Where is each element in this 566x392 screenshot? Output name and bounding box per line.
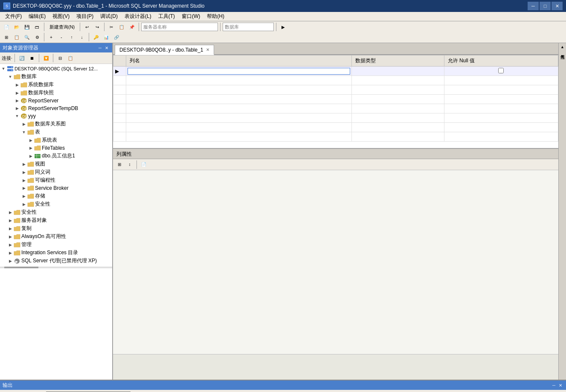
- right-panel-arrow2[interactable]: ▼: [560, 54, 564, 58]
- expand-yyy-tables[interactable]: ▼: [20, 130, 27, 134]
- oe-close-btn[interactable]: ✕: [104, 46, 110, 50]
- tb2-7[interactable]: ↑: [67, 32, 76, 42]
- tb2-1[interactable]: ⊞: [2, 32, 11, 42]
- expand-management[interactable]: ▶: [7, 243, 14, 247]
- tree-item-storage[interactable]: ▶ 存储: [0, 192, 112, 200]
- expand-yyy-security[interactable]: ▶: [20, 202, 27, 206]
- expand-reportserver[interactable]: ▶: [14, 99, 20, 103]
- menu-help[interactable]: 帮助(H): [203, 12, 228, 21]
- menu-file[interactable]: 文件(F): [2, 12, 25, 21]
- oe-stop-btn[interactable]: ⏹: [27, 53, 37, 63]
- menu-table-designer[interactable]: 表设计器(L): [121, 12, 155, 21]
- expand-databases[interactable]: ▼: [7, 75, 14, 79]
- col-null-cell[interactable]: [444, 67, 558, 76]
- tree-item-yyy-security[interactable]: ▶ 安全性: [0, 200, 112, 208]
- minimize-button[interactable]: ─: [528, 2, 539, 10]
- oe-connect-btn[interactable]: 连接·: [2, 55, 12, 61]
- tb2-2[interactable]: 📋: [12, 32, 21, 42]
- tb2-5[interactable]: +: [46, 32, 56, 42]
- expand-replication[interactable]: ▶: [7, 226, 14, 231]
- tb2-8[interactable]: ↓: [77, 32, 87, 42]
- tree-item-programmability[interactable]: ▶ 可编程性: [0, 176, 112, 184]
- tree-item-reportservertempdb[interactable]: ▶ DB ReportServerTempDB: [0, 105, 112, 112]
- expand-sql-agent[interactable]: ▶: [7, 259, 14, 263]
- tb2-6[interactable]: -: [57, 32, 66, 42]
- tb-copy[interactable]: 📋: [117, 22, 126, 32]
- expand-integration-services[interactable]: ▶: [7, 251, 14, 255]
- menu-tools[interactable]: 工具(T): [155, 12, 178, 21]
- menu-view[interactable]: 视图(V): [49, 12, 73, 21]
- tb2-3[interactable]: 🔍: [22, 32, 32, 42]
- tree-item-reportserver[interactable]: ▶ DB ReportServer: [0, 97, 112, 105]
- tb-undo[interactable]: ↩: [82, 22, 92, 32]
- tree-item-sql-agent[interactable]: ▶ ▶ SQL Server 代理(已禁用代理 XP): [0, 257, 112, 265]
- server-input[interactable]: [141, 23, 218, 31]
- tree-item-yyy-diagram[interactable]: ▶ 数据库关系图: [0, 120, 112, 128]
- tb-redo[interactable]: ↪: [93, 22, 102, 32]
- tree-item-server-objects[interactable]: ▶ 服务器对象: [0, 216, 112, 224]
- tree-item-synonyms[interactable]: ▶ 同义词: [0, 168, 112, 176]
- tree-item-service-broker[interactable]: ▶ Service Broker: [0, 184, 112, 192]
- tb2-11[interactable]: 🔗: [112, 32, 121, 42]
- output-pin-btn[interactable]: ─: [551, 383, 557, 388]
- col-type-cell[interactable]: [352, 67, 444, 76]
- oe-pin-btn[interactable]: ─: [97, 46, 103, 50]
- menu-debug[interactable]: 调试(D): [97, 12, 121, 21]
- output-close-btn[interactable]: ✕: [557, 383, 563, 388]
- tree-item-integration-services[interactable]: ▶ Integration Services 目录: [0, 249, 112, 257]
- tree-item-databases[interactable]: ▼ 数据库: [0, 73, 112, 81]
- expand-server-objects[interactable]: ▶: [7, 218, 14, 223]
- menu-window[interactable]: 窗口(W): [178, 12, 203, 21]
- tb-save[interactable]: 💾: [22, 22, 32, 32]
- tb2-10[interactable]: 📊: [102, 32, 111, 42]
- col-props-alpha-btn[interactable]: ↕: [125, 160, 134, 169]
- expand-security[interactable]: ▶: [7, 210, 14, 215]
- tab-close-btn[interactable]: ✕: [206, 47, 209, 52]
- tb-open[interactable]: 📂: [12, 22, 21, 32]
- col-null-checkbox[interactable]: [498, 68, 504, 73]
- tree-item-yyy-tables[interactable]: ▼ 表: [0, 128, 112, 136]
- expand-yyy-diagram[interactable]: ▶: [20, 122, 27, 126]
- col-props-pages-btn[interactable]: 📄: [139, 160, 148, 169]
- expand-systables[interactable]: ▶: [27, 138, 34, 142]
- tree-item-systables[interactable]: ▶ 系统表: [0, 136, 112, 144]
- expand-views[interactable]: ▶: [20, 162, 27, 166]
- col-name-cell[interactable]: [126, 67, 352, 76]
- tree-item-management[interactable]: ▶ 管理: [0, 241, 112, 249]
- oe-refresh-btn[interactable]: 🔄: [17, 53, 26, 63]
- expand-reportservertempdb[interactable]: ▶: [14, 106, 20, 110]
- col-props-sort-btn[interactable]: ⊞: [115, 160, 124, 169]
- tb2-4[interactable]: ⚙: [32, 32, 42, 42]
- oe-filter-btn[interactable]: 🔽: [41, 53, 51, 63]
- tree-item-alwayson[interactable]: ▶ AlwaysOn 高可用性: [0, 232, 112, 241]
- tree-item-server[interactable]: ▼ DESKTOP-9B0QO8C (SQL Server 12...: [0, 65, 112, 73]
- expand-filetables[interactable]: ▶: [27, 146, 34, 150]
- tb-cut[interactable]: ✂: [107, 22, 116, 32]
- expand-storage[interactable]: ▶: [20, 194, 27, 198]
- expand-server[interactable]: ▼: [0, 67, 7, 71]
- table-designer-tab[interactable]: DESKTOP-9B0QO8..y - dbo.Table_1 ✕: [115, 45, 214, 55]
- expand-prog[interactable]: ▶: [20, 178, 27, 183]
- maximize-button[interactable]: □: [540, 2, 551, 10]
- menu-edit[interactable]: 编辑(E): [25, 12, 49, 21]
- tree-item-employee[interactable]: ▶ dbo.员工信息1: [0, 152, 112, 160]
- tb-new-query[interactable]: 新建查询(N): [46, 22, 78, 32]
- db-input[interactable]: [223, 23, 274, 31]
- tb-execute[interactable]: ▶: [279, 22, 288, 32]
- tb-new[interactable]: 📄: [2, 22, 11, 32]
- tree-item-filetables[interactable]: ▶ FileTables: [0, 144, 112, 152]
- close-button[interactable]: ✕: [551, 2, 563, 10]
- tree-item-views[interactable]: ▶ 视图: [0, 160, 112, 168]
- tree-item-yyy[interactable]: ▼ DB yyy: [0, 112, 112, 120]
- right-panel-arrow[interactable]: ▲: [560, 45, 564, 49]
- expand-service-broker[interactable]: ▶: [20, 186, 27, 190]
- oe-summary-btn[interactable]: 📋: [66, 53, 75, 63]
- tree-item-security[interactable]: ▶ 安全性: [0, 208, 112, 216]
- tb-paste[interactable]: 📌: [127, 22, 136, 32]
- oe-collapse-btn[interactable]: ⊟: [55, 53, 65, 63]
- col-name-input[interactable]: [128, 68, 350, 74]
- tree-item-dbsnap[interactable]: ▶ 数据库快照: [0, 89, 112, 97]
- tree-item-sysdb[interactable]: ▶ 系统数据库: [0, 81, 112, 89]
- tb-save-all[interactable]: 🗃: [32, 22, 42, 32]
- menu-project[interactable]: 项目(P): [73, 12, 97, 21]
